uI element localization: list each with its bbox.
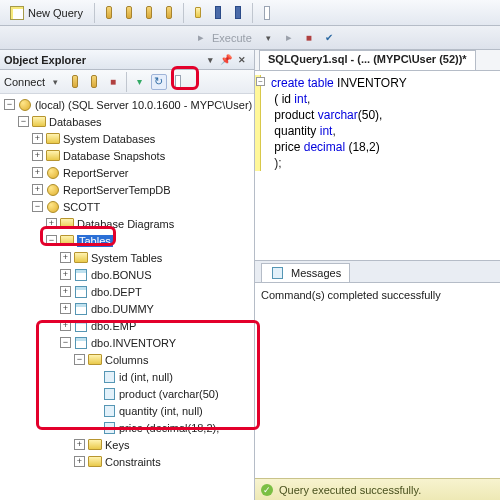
folder-icon — [74, 251, 88, 265]
table-icon — [74, 319, 88, 333]
open-file-icon[interactable] — [190, 5, 206, 21]
editor-tab-row: SQLQuery1.sql - (... (MYPC\User (52))* — [255, 50, 500, 70]
snapshots-node[interactable]: +Database Snapshots — [2, 147, 254, 164]
messages-tab-row: Messages — [255, 260, 500, 282]
folder-icon — [32, 115, 46, 129]
save-icon[interactable] — [210, 5, 226, 21]
debug-icon[interactable] — [281, 30, 297, 46]
object-tree[interactable]: −(local) (SQL Server 10.0.1600 - MYPC\Us… — [0, 94, 254, 500]
separator — [126, 72, 127, 92]
emp-table-node[interactable]: +dbo.EMP — [2, 317, 254, 334]
reportservertemp-node[interactable]: +ReportServerTempDB — [2, 181, 254, 198]
new-query-label: New Query — [28, 7, 83, 19]
execute-button[interactable]: Execute — [188, 27, 257, 49]
success-icon: ✓ — [261, 484, 273, 496]
messages-tab[interactable]: Messages — [261, 263, 350, 282]
object-explorer-panel: Object Explorer Connect −(local) (SQL Se… — [0, 50, 255, 500]
diagrams-node[interactable]: +Database Diagrams — [2, 215, 254, 232]
folder-icon — [46, 149, 60, 163]
editor-area: SQLQuery1.sql - (... (MYPC\User (52))* −… — [255, 50, 500, 500]
pin-icon[interactable] — [218, 52, 234, 68]
dmx-query-icon[interactable] — [141, 5, 157, 21]
column-icon — [102, 421, 116, 435]
dummy-table-node[interactable]: +dbo.DUMMY — [2, 300, 254, 317]
change-marker — [255, 75, 261, 171]
folder-icon — [88, 455, 102, 469]
table-icon — [74, 336, 88, 350]
server-icon — [18, 98, 32, 112]
close-panel-icon[interactable] — [234, 52, 250, 68]
column-price-node[interactable]: price (decimal(18,2), — [2, 419, 254, 436]
column-icon — [102, 404, 116, 418]
window-position-icon[interactable] — [202, 52, 218, 68]
system-databases-node[interactable]: +System Databases — [2, 130, 254, 147]
db-engine-query-icon[interactable] — [101, 5, 117, 21]
execute-label: Execute — [212, 32, 252, 44]
disconnect-icon[interactable] — [86, 74, 102, 90]
column-icon — [102, 387, 116, 401]
folder-icon — [60, 234, 74, 248]
new-query-icon — [9, 5, 25, 21]
collapse-icon[interactable]: − — [256, 77, 265, 86]
refresh-icon[interactable] — [151, 74, 167, 90]
status-bar: ✓ Query executed successfully. — [255, 478, 500, 500]
column-id-node[interactable]: id (int, null) — [2, 368, 254, 385]
column-quantity-node[interactable]: quantity (int, null) — [2, 402, 254, 419]
cancel-query-icon[interactable] — [301, 30, 317, 46]
system-tables-node[interactable]: +System Tables — [2, 249, 254, 266]
save-all-icon[interactable] — [230, 5, 246, 21]
server-node[interactable]: −(local) (SQL Server 10.0.1600 - MYPC\Us… — [2, 96, 254, 113]
reportserver-node[interactable]: +ReportServer — [2, 164, 254, 181]
database-icon — [46, 200, 60, 214]
separator — [183, 3, 184, 23]
messages-pane[interactable]: Command(s) completed successfully — [255, 282, 500, 478]
dept-table-node[interactable]: +dbo.DEPT — [2, 283, 254, 300]
inventory-table-node[interactable]: −dbo.INVENTORY — [2, 334, 254, 351]
column-product-node[interactable]: product (varchar(50) — [2, 385, 254, 402]
status-text: Query executed successfully. — [279, 484, 421, 496]
parse-icon[interactable] — [321, 30, 337, 46]
messages-text: Command(s) completed successfully — [261, 289, 441, 301]
sql-editor[interactable]: − create table INVENTORY ( id int, produ… — [255, 70, 500, 260]
bonus-table-node[interactable]: +dbo.BONUS — [2, 266, 254, 283]
editor-tab-active[interactable]: SQLQuery1.sql - (... (MYPC\User (52))* — [259, 50, 476, 70]
mdx-query-icon[interactable] — [121, 5, 137, 21]
table-icon — [74, 268, 88, 282]
main-toolbar: New Query — [0, 0, 500, 26]
stop-icon[interactable] — [105, 74, 121, 90]
separator — [94, 3, 95, 23]
folder-icon — [46, 132, 60, 146]
connect-dropdown-icon[interactable] — [48, 74, 64, 90]
keys-folder-node[interactable]: +Keys — [2, 436, 254, 453]
constraints-folder-node[interactable]: +Constraints — [2, 453, 254, 470]
folder-icon — [60, 217, 74, 231]
separator — [252, 3, 253, 23]
databases-node[interactable]: −Databases — [2, 113, 254, 130]
explorer-toolbar: Connect — [0, 70, 254, 94]
main-area: Object Explorer Connect −(local) (SQL Se… — [0, 50, 500, 500]
xmla-query-icon[interactable] — [161, 5, 177, 21]
object-explorer-header: Object Explorer — [0, 50, 254, 70]
scott-node[interactable]: −SCOTT — [2, 198, 254, 215]
table-icon — [74, 285, 88, 299]
columns-folder-node[interactable]: −Columns — [2, 351, 254, 368]
connect-icon[interactable] — [67, 74, 83, 90]
messages-icon — [270, 266, 284, 280]
table-icon — [74, 302, 88, 316]
execute-icon — [193, 30, 209, 46]
database-icon — [46, 183, 60, 197]
sql-toolbar: Execute — [0, 26, 500, 50]
details-icon[interactable] — [170, 74, 186, 90]
object-explorer-title: Object Explorer — [4, 54, 86, 66]
folder-icon — [88, 353, 102, 367]
activity-monitor-icon[interactable] — [259, 5, 275, 21]
column-icon — [102, 370, 116, 384]
connect-label[interactable]: Connect — [4, 76, 45, 88]
filter-icon[interactable] — [132, 74, 148, 90]
new-query-button[interactable]: New Query — [4, 2, 88, 24]
tables-node[interactable]: −Tables — [2, 232, 254, 249]
folder-icon — [88, 438, 102, 452]
database-icon — [46, 166, 60, 180]
execute-dropdown-icon[interactable] — [261, 30, 277, 46]
